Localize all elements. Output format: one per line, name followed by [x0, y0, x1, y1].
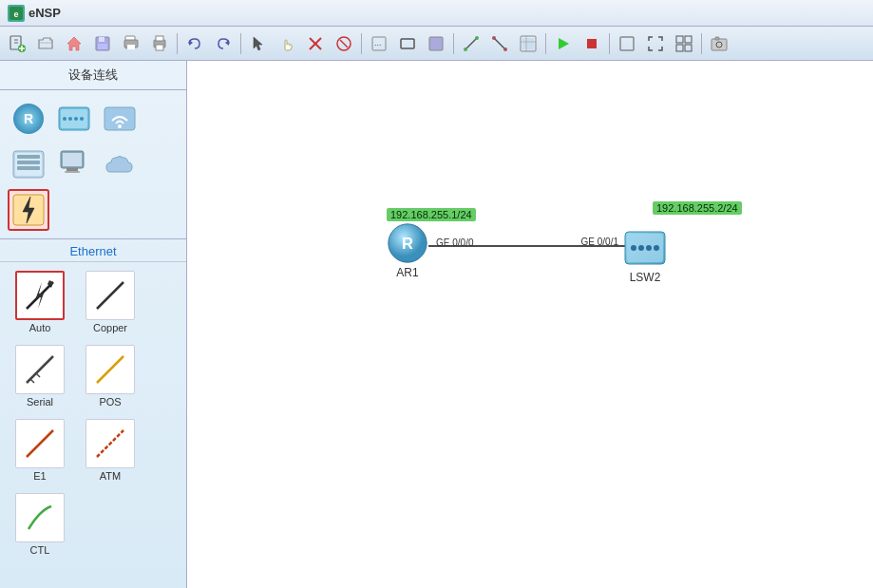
cable-e1-label: E1 [33, 470, 46, 482]
toolbar-sep-2 [240, 33, 241, 54]
toolbar-delete-btn[interactable] [302, 30, 329, 57]
toolbar-redo-btn[interactable] [210, 30, 237, 57]
svg-point-50 [63, 117, 66, 121]
svg-rect-41 [676, 45, 683, 51]
toolbar-save-btn[interactable] [89, 30, 116, 57]
toolbar-connect-btn[interactable] [458, 30, 484, 57]
toolbar-capture-btn[interactable] [706, 30, 732, 57]
device-icons-grid: R [0, 90, 186, 239]
svg-point-28 [464, 47, 467, 51]
svg-rect-39 [676, 36, 683, 43]
cable-copper-item[interactable]: Copper [78, 268, 142, 336]
svg-rect-60 [17, 166, 40, 170]
svg-point-31 [503, 47, 507, 51]
toolbar: ··· [0, 27, 873, 61]
cable-atm-item[interactable]: ATM [78, 416, 142, 484]
cable-auto-label: Auto [29, 322, 51, 333]
toolbar-zoom-area-btn[interactable] [614, 30, 640, 57]
svg-text:R: R [24, 111, 33, 126]
cable-atm-icon-box [85, 419, 135, 468]
cable-ctl-item[interactable]: CTL [8, 490, 72, 559]
cable-pos-label: POS [99, 396, 121, 408]
device-switch-btn[interactable] [53, 98, 95, 140]
canvas-area[interactable]: 192.168.255.1/24 192.168.255.2/24 R [187, 61, 873, 588]
cloud-icon [103, 147, 137, 181]
svg-line-75 [97, 356, 123, 383]
toolbar-disconnect-btn[interactable] [486, 30, 513, 57]
svg-point-30 [492, 36, 496, 40]
device-pc-btn[interactable] [53, 143, 95, 185]
svg-marker-70 [36, 282, 44, 309]
device-security-btn[interactable] [8, 143, 49, 185]
svg-rect-45 [715, 37, 719, 40]
svg-rect-27 [429, 37, 443, 50]
cable-ctl-label: CTL [30, 544, 50, 556]
ar1-icon: R [387, 222, 428, 264]
svg-point-86 [654, 245, 659, 251]
ar1-port-label: GE 0/0/0 [436, 237, 473, 248]
cable-e1-item[interactable]: E1 [8, 416, 72, 484]
svg-point-55 [118, 124, 122, 128]
toolbar-text-btn[interactable]: ··· [366, 30, 392, 57]
svg-text:···: ··· [374, 40, 382, 49]
pc-icon [57, 147, 91, 181]
cable-copper-label: Copper [93, 322, 127, 333]
svg-point-51 [68, 117, 72, 121]
toolbar-sep-1 [177, 33, 178, 54]
toolbar-delete2-btn[interactable] [331, 30, 357, 57]
toolbar-start-btn[interactable] [550, 30, 577, 57]
toolbar-interface-btn[interactable] [423, 30, 449, 57]
svg-rect-42 [685, 45, 692, 51]
svg-marker-69 [47, 280, 53, 286]
svg-line-71 [97, 282, 123, 309]
lsw2-label: LSW2 [630, 271, 661, 284]
cable-pos-item[interactable]: POS [78, 342, 142, 410]
toolbar-print-preview-btn[interactable] [118, 30, 144, 57]
svg-point-84 [638, 245, 644, 251]
toolbar-topology-btn[interactable] [515, 30, 541, 57]
ar1-node[interactable]: R GE 0/0/0 AR1 [387, 222, 428, 279]
cable-serial-label: Serial [27, 396, 53, 408]
toolbar-sep-4 [453, 33, 454, 54]
toolbar-undo-btn[interactable] [181, 30, 208, 57]
svg-text:e: e [13, 9, 18, 19]
toolbar-grid-btn[interactable] [671, 30, 697, 57]
toolbar-rect-btn[interactable] [394, 30, 421, 57]
svg-point-85 [646, 245, 652, 251]
device-power-btn[interactable] [8, 189, 49, 231]
cable-auto-icon-box [15, 271, 65, 320]
svg-point-29 [475, 36, 479, 40]
toolbar-fit-btn[interactable] [642, 30, 669, 57]
svg-line-77 [97, 430, 123, 457]
cable-auto-item[interactable]: Auto [8, 268, 72, 336]
svg-rect-37 [587, 39, 597, 48]
cable-ctl-icon-box [15, 493, 65, 542]
toolbar-sep-5 [545, 33, 546, 54]
toolbar-hand-btn[interactable] [274, 30, 300, 57]
device-wireless-btn[interactable] [99, 98, 141, 140]
svg-rect-58 [17, 155, 40, 159]
svg-rect-9 [99, 37, 104, 42]
router-icon: R [11, 102, 46, 136]
titlebar: e eNSP [0, 0, 873, 27]
lsw2-port-label: GE 0/0/1 [581, 237, 618, 247]
svg-rect-33 [522, 38, 534, 49]
lsw2-node[interactable]: GE 0/0/1 LSW2 [624, 227, 666, 284]
device-cloud-btn[interactable] [99, 143, 141, 185]
device-section-title: 设备连线 [0, 61, 186, 90]
cable-serial-item[interactable]: Serial [8, 342, 72, 410]
svg-rect-16 [156, 45, 163, 50]
toolbar-new-btn[interactable] [4, 30, 30, 57]
toolbar-print-btn[interactable] [146, 30, 173, 57]
svg-line-72 [27, 356, 53, 383]
toolbar-home-btn[interactable] [61, 30, 87, 57]
switch-icon [57, 102, 91, 136]
lsw2-icon [624, 227, 666, 269]
svg-marker-18 [225, 40, 229, 46]
security-icon [11, 147, 46, 181]
toolbar-open-btn[interactable] [32, 30, 59, 57]
device-router-btn[interactable]: R [8, 98, 49, 140]
cable-pos-icon-box [85, 345, 135, 394]
toolbar-select-btn[interactable] [245, 30, 272, 57]
toolbar-stop-btn[interactable] [579, 30, 605, 57]
